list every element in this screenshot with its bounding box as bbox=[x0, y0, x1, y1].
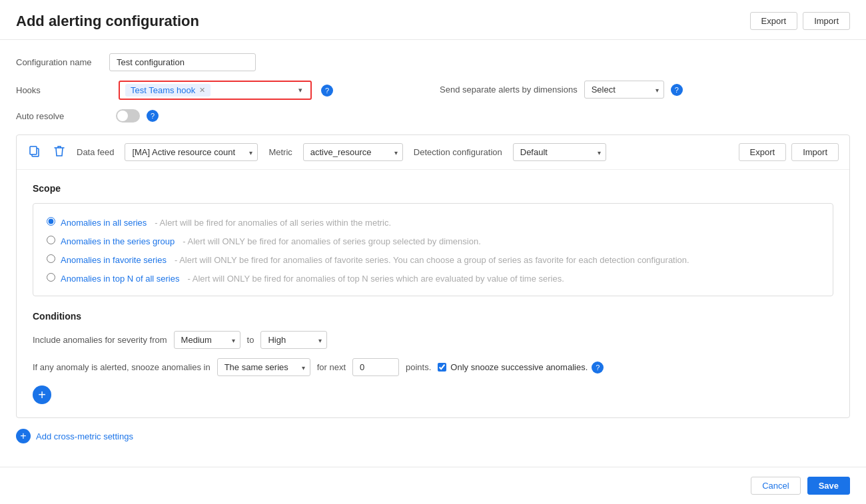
scope-radio-favorite-series[interactable] bbox=[47, 254, 55, 263]
add-cross-row[interactable]: + Add cross-metric settings bbox=[16, 429, 850, 443]
severity-from-select-wrap: Medium Low High ▾ bbox=[174, 331, 240, 349]
scope-label-top-n: Anomalies in top N of all series bbox=[61, 274, 179, 284]
scope-label-all-series: Anomalies in all series bbox=[61, 218, 147, 228]
metric-select[interactable]: active_resource bbox=[303, 143, 403, 161]
scope-option-all-series: Anomalies in all series - Alert will be … bbox=[47, 216, 819, 228]
export-button[interactable]: Export bbox=[750, 12, 798, 30]
import-button[interactable]: Import bbox=[803, 12, 850, 30]
detection-label: Detection configuration bbox=[414, 147, 502, 157]
save-button[interactable]: Save bbox=[807, 477, 850, 495]
successive-checkbox[interactable] bbox=[438, 363, 446, 372]
successive-checkbox-row: Only snooze successive anomalies. ? bbox=[438, 362, 604, 374]
copy-icon-btn[interactable] bbox=[27, 144, 42, 161]
data-feed-select-wrap: [MA] Active resource count ▾ bbox=[125, 143, 258, 161]
severity-to-label: to bbox=[247, 335, 254, 345]
scope-options-card: Anomalies in all series - Alert will be … bbox=[33, 203, 833, 296]
send-separate-label: Send separate alerts by dimensions bbox=[440, 85, 578, 95]
metric-label: Metric bbox=[268, 147, 292, 157]
auto-resolve-row: Auto resolve ? bbox=[16, 109, 850, 123]
auto-resolve-label: Auto resolve bbox=[16, 111, 109, 121]
successive-help-icon[interactable]: ? bbox=[592, 362, 604, 374]
card-import-button[interactable]: Import bbox=[791, 143, 839, 161]
page-title: Add alerting configuration bbox=[16, 13, 199, 30]
send-separate-select[interactable]: Select bbox=[584, 81, 664, 99]
card-body: Scope Anomalies in all series - Alert wi… bbox=[17, 170, 849, 417]
severity-to-select-wrap: High Medium Low ▾ bbox=[260, 331, 327, 349]
main-content: Configuration name Hooks Test Teams hook… bbox=[0, 40, 866, 457]
auto-resolve-toggle[interactable] bbox=[116, 109, 140, 123]
snooze-count-input[interactable] bbox=[352, 358, 399, 376]
hooks-label: Hooks bbox=[16, 85, 109, 95]
top-actions: Export Import bbox=[750, 12, 850, 30]
main-card: Data feed [MA] Active resource count ▾ M… bbox=[16, 134, 850, 418]
severity-from-select[interactable]: Medium Low High bbox=[174, 331, 240, 349]
conditions-title: Conditions bbox=[33, 311, 833, 322]
bottom-bar: Cancel Save bbox=[0, 467, 866, 504]
snooze-select[interactable]: The same series All series bbox=[217, 358, 310, 376]
hook-tag: Test Teams hook ✕ bbox=[125, 84, 211, 97]
severity-row: Include anomalies for severity from Medi… bbox=[33, 331, 833, 349]
snooze-label: If any anomaly is alerted, snooze anomal… bbox=[33, 362, 211, 372]
conditions-section: Conditions Include anomalies for severit… bbox=[33, 311, 833, 404]
scope-option-favorite-series: Anomalies in favorite series - Alert wil… bbox=[47, 253, 819, 265]
data-feed-label: Data feed bbox=[77, 147, 114, 157]
metric-select-wrap: active_resource ▾ bbox=[303, 143, 403, 161]
severity-to-select[interactable]: High Medium Low bbox=[260, 331, 327, 349]
config-name-label: Configuration name bbox=[16, 57, 109, 67]
points-label: points. bbox=[406, 362, 431, 372]
send-separate-col: Send separate alerts by dimensions Selec… bbox=[333, 81, 850, 99]
scope-radio-top-n[interactable] bbox=[47, 273, 55, 282]
add-cross-label: Add cross-metric settings bbox=[36, 431, 133, 441]
data-feed-select[interactable]: [MA] Active resource count bbox=[125, 143, 258, 161]
hooks-help-icon[interactable]: ? bbox=[321, 85, 333, 97]
toggle-knob bbox=[117, 111, 128, 121]
send-separate-help-icon[interactable]: ? bbox=[671, 84, 683, 96]
hooks-col: Hooks Test Teams hook ✕ ▾ ? bbox=[16, 81, 333, 109]
scope-label-series-group: Anomalies in the series group bbox=[61, 236, 175, 246]
auto-resolve-help-icon[interactable]: ? bbox=[147, 110, 159, 122]
scope-radio-series-group[interactable] bbox=[47, 236, 55, 244]
hooks-chevron-icon[interactable]: ▾ bbox=[296, 85, 305, 96]
scope-desc-all-series: - Alert will be fired for anomalies of a… bbox=[155, 218, 391, 228]
cancel-button[interactable]: Cancel bbox=[751, 477, 800, 495]
scope-option-top-n: Anomalies in top N of all series - Alert… bbox=[47, 272, 819, 284]
config-name-input[interactable] bbox=[109, 53, 256, 71]
top-bar: Add alerting configuration Export Import bbox=[0, 0, 866, 40]
delete-icon-btn[interactable] bbox=[53, 144, 66, 161]
config-name-row: Configuration name bbox=[16, 53, 850, 71]
send-separate-select-wrap: Select ▾ bbox=[584, 81, 664, 99]
scope-desc-favorite-series: - Alert will ONLY be fired for anomalies… bbox=[175, 255, 689, 265]
detection-select[interactable]: Default bbox=[513, 143, 606, 161]
snooze-select-wrap: The same series All series ▾ bbox=[217, 358, 310, 376]
hook-tag-label: Test Teams hook bbox=[131, 85, 195, 95]
conditions-inner: Include anomalies for severity from Medi… bbox=[33, 331, 833, 404]
snooze-row: If any anomaly is alerted, snooze anomal… bbox=[33, 358, 833, 376]
card-toolbar: Data feed [MA] Active resource count ▾ M… bbox=[17, 135, 849, 170]
scope-desc-series-group: - Alert will ONLY be fired for anomalies… bbox=[183, 236, 481, 246]
scope-option-series-group: Anomalies in the series group - Alert wi… bbox=[47, 234, 819, 246]
scope-radio-all-series[interactable] bbox=[47, 217, 55, 226]
severity-label: Include anomalies for severity from bbox=[33, 335, 167, 345]
svg-rect-1 bbox=[30, 146, 37, 154]
hooks-send-section: Hooks Test Teams hook ✕ ▾ ? Send separat… bbox=[16, 81, 850, 109]
hooks-row: Hooks Test Teams hook ✕ ▾ ? bbox=[16, 81, 333, 100]
detection-select-wrap: Default ▾ bbox=[513, 143, 606, 161]
send-separate-row: Send separate alerts by dimensions Selec… bbox=[440, 81, 683, 99]
hooks-field[interactable]: Test Teams hook ✕ ▾ bbox=[119, 81, 312, 100]
scope-section: Scope Anomalies in all series - Alert wi… bbox=[33, 183, 833, 296]
scope-title: Scope bbox=[33, 183, 833, 194]
for-next-label: for next bbox=[317, 362, 346, 372]
add-cross-icon: + bbox=[16, 429, 31, 443]
hook-tag-remove[interactable]: ✕ bbox=[199, 86, 205, 95]
scope-label-favorite-series: Anomalies in favorite series bbox=[61, 255, 167, 265]
add-condition-button[interactable]: + bbox=[33, 385, 51, 404]
card-export-button[interactable]: Export bbox=[739, 143, 787, 161]
scope-options: Anomalies in all series - Alert will be … bbox=[47, 216, 819, 284]
successive-label: Only snooze successive anomalies. bbox=[450, 362, 588, 372]
scope-desc-top-n: - Alert will ONLY be fired for anomalies… bbox=[187, 274, 564, 284]
